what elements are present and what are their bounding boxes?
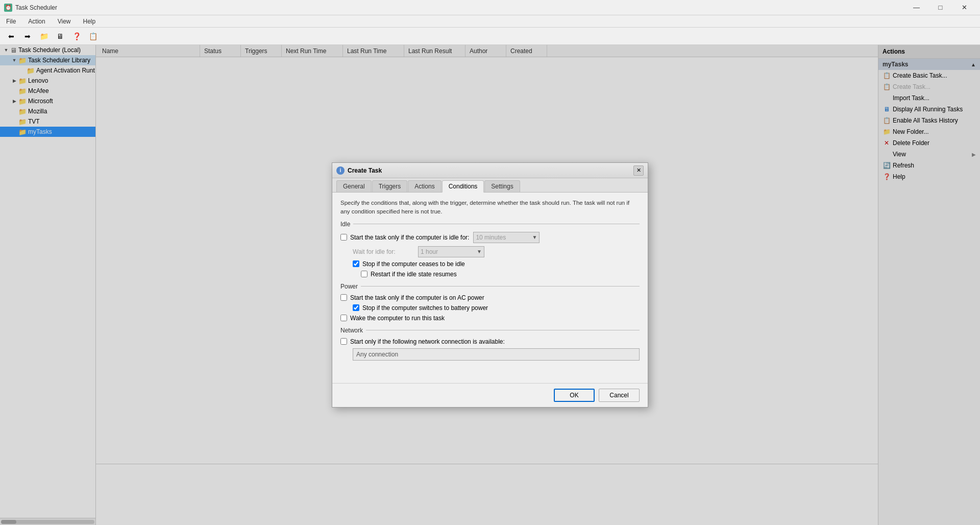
minimize-button[interactable]: — [905,1,928,15]
wake-computer-checkbox-group: Wake the computer to run this task [340,315,445,322]
ok-button[interactable]: OK [554,389,595,402]
forward-button[interactable]: ➡ [20,30,35,43]
close-button[interactable]: ✕ [953,1,976,15]
back-button[interactable]: ⬅ [4,30,18,43]
network-input-wrap [340,348,640,361]
ac-power-label: Start the task only if the computer is o… [350,294,484,301]
restart-idle-label: Restart if the idle state resumes [371,271,457,278]
ac-power-row: Start the task only if the computer is o… [340,294,640,301]
folder-button[interactable]: 📁 [37,30,51,43]
stop-idle-checkbox[interactable] [353,260,359,267]
power-section-separator: Power [340,283,640,290]
stop-battery-label: Stop if the computer switches to battery… [362,304,488,312]
title-bar-controls: — □ ✕ [905,1,976,15]
power-label: Power [340,283,361,290]
network-label-text: Start only if the following network conn… [350,338,505,345]
menu-action[interactable]: Action [26,17,47,26]
ac-power-checkbox[interactable] [340,294,347,301]
start-idle-row: Start the task only if the computer is i… [340,232,640,243]
stop-battery-row: Stop if the computer switches to battery… [340,304,640,312]
task-button[interactable]: 📋 [86,30,100,43]
app-icon: ⏰ [4,4,12,12]
tab-actions[interactable]: Actions [408,180,441,192]
dialog-title-left: i Create Task [336,166,382,175]
menu-view[interactable]: View [56,17,73,26]
network-section-separator: Network [340,327,640,334]
wake-computer-label: Wake the computer to run this task [350,315,445,322]
stop-idle-row: Stop if the computer ceases to be idle [340,260,640,268]
app-title: Task Scheduler [15,4,57,11]
stop-battery-checkbox-group: Stop if the computer switches to battery… [353,304,488,312]
dialog-title-text: Create Task [348,167,382,174]
idle-duration-arrow: ▼ [532,234,537,240]
wait-idle-arrow: ▼ [477,249,482,254]
restart-idle-checkbox-group: Restart if the idle state resumes [361,271,457,278]
restart-idle-checkbox[interactable] [361,271,368,277]
cancel-button[interactable]: Cancel [599,389,640,402]
help-button[interactable]: ❓ [69,30,84,43]
wait-idle-dropdown: 1 hour ▼ [418,246,484,257]
start-idle-checkbox-group: Start the task only if the computer is i… [340,234,469,241]
idle-duration-dropdown: 10 minutes ▼ [473,232,540,243]
stop-battery-checkbox[interactable] [353,304,359,311]
network-checkbox-group: Start only if the following network conn… [340,338,505,345]
dialog-title-bar: i Create Task ✕ [332,163,648,178]
wake-computer-checkbox[interactable] [340,315,347,321]
dialog-description: Specify the conditions that, along with … [340,199,640,217]
start-idle-checkbox[interactable] [340,234,347,241]
wake-computer-row: Wake the computer to run this task [340,315,640,322]
restart-idle-row: Restart if the idle state resumes [340,271,640,278]
title-bar-left: ⏰ Task Scheduler [4,4,57,12]
network-connection-row: Start only if the following network conn… [340,338,640,345]
menu-file[interactable]: File [4,17,18,26]
create-task-dialog: i Create Task ✕ General Triggers Actions… [332,162,648,408]
network-separator-line [366,330,640,330]
stop-idle-label: Stop if the computer ceases to be idle [362,260,465,268]
toolbar: ⬅ ➡ 📁 🖥 ❓ 📋 [0,28,980,45]
network-checkbox[interactable] [340,338,347,345]
dialog-tabs: General Triggers Actions Conditions Sett… [332,178,648,193]
wait-idle-value: 1 hour [421,248,438,255]
maximize-button[interactable]: □ [929,1,952,15]
network-connection-input[interactable] [353,348,640,361]
tab-conditions[interactable]: Conditions [442,180,484,193]
ac-power-checkbox-group: Start the task only if the computer is o… [340,294,484,301]
menu-bar: File Action View Help [0,15,980,28]
title-bar: ⏰ Task Scheduler — □ ✕ [0,0,980,15]
idle-label: Idle [340,221,353,228]
idle-section-separator: Idle [340,221,640,228]
dialog-content: Specify the conditions that, along with … [332,193,648,383]
start-idle-label: Start the task only if the computer is i… [350,234,469,241]
wait-idle-row: Wait for idle for: 1 hour ▼ [340,246,640,257]
idle-duration-value: 10 minutes [476,234,506,241]
stop-idle-checkbox-group: Stop if the computer ceases to be idle [353,260,465,268]
tab-settings[interactable]: Settings [484,180,520,192]
dialog-close-button[interactable]: ✕ [633,165,644,176]
tab-triggers[interactable]: Triggers [372,180,408,192]
menu-help[interactable]: Help [81,17,98,26]
tab-general[interactable]: General [336,180,372,192]
wait-idle-label: Wait for idle for: [353,248,414,255]
dialog-footer: OK Cancel [332,383,648,407]
power-separator-line [361,286,640,287]
computer-button[interactable]: 🖥 [53,30,67,43]
idle-separator-line [353,224,640,224]
dialog-title-icon: i [336,166,345,175]
network-label: Network [340,327,366,334]
modal-overlay: i Create Task ✕ General Triggers Actions… [0,45,980,525]
